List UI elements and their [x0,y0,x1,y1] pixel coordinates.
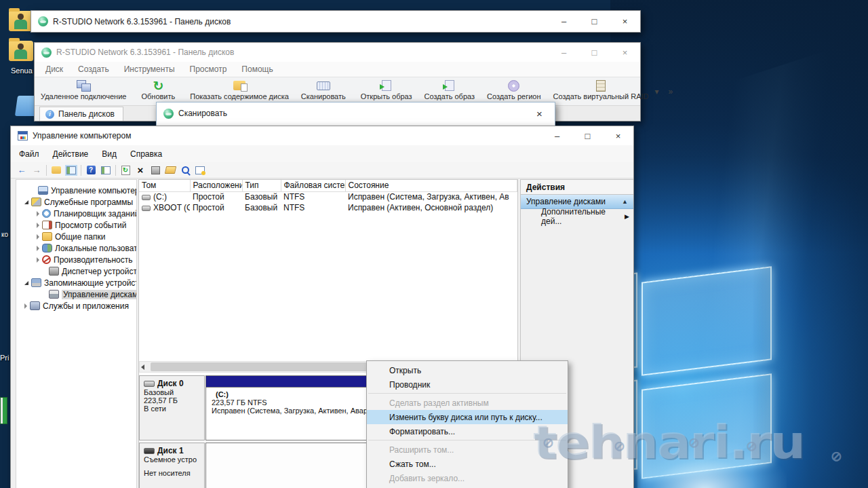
rstudio-back-titlebar[interactable]: R-STUDIO Network 6.3.153961 - Панель дис… [31,11,640,32]
maximize-button[interactable]: □ [572,126,603,145]
tree-item-disk-management[interactable]: Управление дисками [16,288,136,300]
close-icon[interactable]: × [524,102,555,124]
menu-view[interactable]: Вид [102,149,117,159]
tree-item-services[interactable]: Службы и приложения [16,300,136,312]
computer-icon [38,186,48,195]
menu-item-mark-partition-active[interactable]: Сделать раздел активным [367,396,568,410]
device-manager-icon [49,267,59,276]
menu-help[interactable]: Помощь [241,64,273,74]
tree-item-performance[interactable]: Производительность [16,254,136,265]
disk1-header-cell[interactable]: Диск 1 Съемное устро Нет носителя [139,443,205,488]
open-image-button[interactable]: Открыть образ [355,77,418,105]
show-disk-content-button[interactable]: Показать содержимое диска [184,77,295,105]
desktop-icon-folder-1[interactable] [9,11,33,31]
refresh-icon[interactable]: ↻ [120,165,131,175]
create-region-button[interactable]: Создать регион [481,77,547,105]
chevron-collapsed-icon[interactable] [37,234,39,240]
raid-icon [596,80,606,92]
column-header-status[interactable]: Состояние [345,180,517,191]
menu-item-explorer[interactable]: Проводник [367,377,568,392]
chevron-expanded-icon[interactable] [24,281,28,285]
show-panel-icon[interactable] [100,165,111,175]
up-folder-icon[interactable] [51,165,62,175]
export-list-icon[interactable] [195,165,205,175]
scroll-left-icon[interactable] [141,364,144,370]
cm-titlebar[interactable]: Управление компьютером – □ × [11,126,633,145]
desktop-icon-folder-senua[interactable] [9,41,33,61]
scan-dialog-titlebar[interactable]: Сканировать × [157,102,555,124]
chevron-collapsed-icon[interactable] [37,257,39,263]
tree-item-event-viewer[interactable]: Просмотр событий [16,219,136,231]
delete-icon[interactable]: × [135,165,146,175]
menu-item-add-mirror[interactable]: Добавить зеркало... [367,471,568,485]
maximize-button[interactable]: □ [579,11,610,32]
chevron-expanded-icon[interactable] [24,200,28,204]
submenu-arrow-icon: ▶ [625,213,629,220]
collapse-arrow-icon[interactable]: ▲ [622,198,628,205]
tab-disk-panel[interactable]: i Панель дисков [39,107,123,121]
chevron-collapsed-icon[interactable] [37,211,39,217]
disk-icon [144,381,155,387]
back-icon[interactable]: ← [16,165,27,175]
column-header-filesystem[interactable]: Файловая система [281,180,345,191]
help-icon[interactable]: ? [85,165,96,175]
tools-icon [31,198,41,206]
minimize-button[interactable]: – [549,11,579,32]
chevron-collapsed-icon[interactable] [37,223,39,228]
menu-file[interactable]: Файл [19,149,39,159]
properties-icon[interactable] [150,165,161,175]
minimize-button[interactable]: – [549,43,579,62]
menu-view[interactable]: Просмотр [190,64,227,74]
menu-create[interactable]: Создать [78,64,109,74]
toolbar-overflow-chevron[interactable]: » [669,87,673,96]
scan-button[interactable]: Сканировать [295,77,352,105]
menu-action[interactable]: Действие [53,149,89,159]
toolbar-dropdown-arrow[interactable]: ▾ [655,87,659,96]
volume-row-c[interactable]: (C:) Простой Базовый NTFS Исправен (Сист… [139,191,517,202]
column-header-volume[interactable]: Том [139,180,190,191]
close-button[interactable]: × [603,126,633,145]
volume-row-xboot[interactable]: XBOOT (G:) Простой Базовый NTFS Исправен… [139,202,517,213]
close-button[interactable]: × [610,43,640,62]
services-icon [30,301,40,310]
tree-item-computer-management[interactable]: Управление компьютером (л [16,185,136,196]
tree-item-system-tools[interactable]: Служебные программы [16,196,136,208]
disk0-header-cell[interactable]: Диск 0 Базовый 223,57 ГБ В сети [139,375,205,440]
maximize-button[interactable]: □ [579,43,610,62]
chevron-collapsed-icon[interactable] [24,303,27,309]
menu-help[interactable]: Справка [130,149,162,159]
rstudio-app-icon [163,109,174,119]
tree-item-local-users[interactable]: Локальные пользовате [16,242,136,254]
column-header-layout[interactable]: Расположение [190,180,242,191]
menu-item-partial[interactable]: У [367,485,568,488]
refresh-button[interactable]: ↻ Обновить [135,77,181,105]
column-header-type[interactable]: Тип [242,180,281,191]
find-icon[interactable] [180,165,191,175]
menu-item-open[interactable]: Открыть [367,363,568,377]
desktop-icon-partial[interactable] [0,270,6,290]
create-image-button[interactable]: Создать образ [418,77,481,105]
tree-item-shared-folders[interactable]: Общие папки [16,231,136,242]
rstudio-back-window: R-STUDIO Network 6.3.153961 - Панель дис… [31,10,641,33]
desktop-icon-label-partial: Pri [0,354,9,362]
minimize-button[interactable]: – [542,126,572,145]
open-folder-icon[interactable] [165,165,176,175]
create-virtual-raid-button[interactable]: Создать виртуальный RAID [547,77,655,105]
tree-item-task-scheduler[interactable]: Планировщик заданий [16,208,136,219]
volume-icon [142,206,151,211]
forward-icon[interactable]: → [31,165,42,175]
tree-item-device-manager[interactable]: Диспетчер устройств [16,265,136,277]
chevron-collapsed-icon[interactable] [37,246,39,251]
desktop-icon-partial-green[interactable] [0,397,7,424]
menu-tools[interactable]: Инструменты [124,64,175,74]
actions-item-more-actions[interactable]: Дополнительные дей... ▶ [521,209,633,223]
watermark-slash-icon: ⊘ [746,438,757,454]
scheduler-icon [42,209,51,218]
rstudio-titlebar[interactable]: R-STUDIO Network 6.3.153961 - Панель дис… [35,43,640,62]
close-button[interactable]: × [610,11,640,32]
volume-icon [142,195,151,200]
menu-disk[interactable]: Диск [45,64,63,74]
console-tree-icon[interactable] [66,165,77,175]
tree-item-storage[interactable]: Запоминающие устройст [16,277,136,288]
remote-connection-button[interactable]: Удаленное подключение [35,77,132,105]
